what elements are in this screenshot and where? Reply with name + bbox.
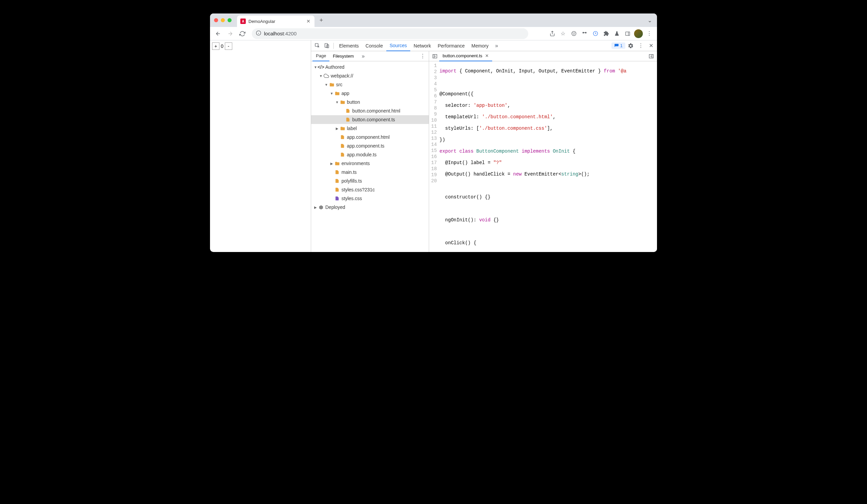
tree-main-ts[interactable]: main.ts [311,168,429,176]
issues-badge[interactable]: 1 [611,42,625,49]
svg-rect-11 [325,43,327,47]
tree-app-html[interactable]: app.component.html [311,133,429,142]
tree-label-folder[interactable]: ▶label [311,124,429,133]
file-icon [340,143,345,148]
extensions-icon[interactable] [601,28,611,39]
file-tree: ▼</>Authored ▼webpack:// ▼src ▼app ▼butt… [311,61,429,252]
browser-window: A DemoAngular ✕ + ⌄ localhost:4200 [210,13,657,252]
site-info-icon[interactable] [256,30,261,37]
tree-app[interactable]: ▼app [311,89,429,98]
cloud-icon [323,73,329,78]
maximize-window-button[interactable] [227,18,232,22]
close-window-button[interactable] [214,18,218,22]
folder-icon [340,100,345,105]
svg-point-3 [574,33,575,33]
angular-favicon: A [240,19,246,24]
close-devtools-icon[interactable]: ✕ [646,41,656,51]
tabs-dropdown-button[interactable]: ⌄ [645,15,654,25]
extension-icon-3[interactable] [590,28,600,39]
tree-button-ts[interactable]: button.component.ts [311,115,429,124]
back-button[interactable] [213,28,224,39]
counter-value: 0 [220,43,224,49]
devtools-menu-icon[interactable]: ⋮ [636,41,645,51]
content-area: + 0 - Elements Console Sources Network P… [210,41,657,252]
tree-app-ts[interactable]: app.component.ts [311,142,429,150]
nav-tab-filesystem[interactable]: Filesystem [329,51,357,61]
file-icon [345,109,351,113]
file-icon [340,135,345,140]
reload-button[interactable] [237,28,248,39]
close-editor-tab-icon[interactable]: ✕ [485,53,489,58]
editor-tab-title: button.component.ts [442,53,482,58]
code-editor[interactable]: 1234567891011121314151617181920 import {… [429,61,657,252]
tab-console[interactable]: Console [362,41,386,51]
folder-icon [340,126,345,131]
tab-sources[interactable]: Sources [386,41,410,51]
bookmark-icon[interactable]: ☆ [558,28,568,39]
tree-button-folder[interactable]: ▼button [311,98,429,107]
file-icon [334,196,340,201]
address-bar[interactable]: localhost:4200 [252,28,528,39]
devtools-tabbar: Elements Console Sources Network Perform… [311,41,657,51]
increment-button[interactable]: + [212,42,220,50]
minimize-window-button[interactable] [221,18,225,22]
inspect-icon[interactable] [312,41,322,51]
toggle-debugger-icon[interactable] [647,52,656,61]
folder-icon [334,161,340,166]
share-icon[interactable] [547,28,557,39]
code-icon: </> [318,64,324,70]
tree-button-html[interactable]: button.component.html [311,107,429,115]
tree-styles[interactable]: styles.css [311,194,429,203]
file-icon [334,187,340,192]
window-controls [214,18,232,22]
url-text: localhost:4200 [264,31,297,36]
decrement-button[interactable]: - [225,42,232,50]
forward-button[interactable] [225,28,236,39]
file-icon [334,178,340,183]
browser-tab[interactable]: A DemoAngular ✕ [237,15,314,27]
svg-point-1 [572,31,576,36]
svg-rect-6 [584,32,586,33]
device-toggle-icon[interactable] [322,41,331,51]
nav-tab-page[interactable]: Page [312,51,329,61]
tree-styles-q[interactable]: styles.css?231c [311,185,429,194]
sources-panel: Page Filesystem » ⋮ ▼</>Authored ▼webpac… [311,51,657,252]
tab-memory[interactable]: Memory [468,41,492,51]
labs-icon[interactable] [612,28,622,39]
tree-src[interactable]: ▼src [311,80,429,89]
profile-avatar[interactable] [633,28,643,39]
browser-toolbar: localhost:4200 ☆ [210,27,657,41]
nav-menu-icon[interactable]: ⋮ [418,52,427,61]
file-icon [340,152,345,157]
tab-elements[interactable]: Elements [336,41,362,51]
devtools-panel: Elements Console Sources Network Perform… [311,41,657,252]
close-tab-button[interactable]: ✕ [306,19,311,24]
browser-tabbar: A DemoAngular ✕ + ⌄ [210,13,657,27]
file-icon [345,117,351,122]
page-viewport: + 0 - [210,41,311,252]
more-tabs-icon[interactable]: » [492,41,501,51]
tree-authored[interactable]: ▼</>Authored [311,63,429,72]
folder-icon [334,91,340,96]
tree-environments[interactable]: ▶environments [311,159,429,168]
line-gutter: 1234567891011121314151617181920 [429,61,440,252]
svg-rect-8 [625,32,630,35]
tree-deployed[interactable]: ▶Deployed [311,203,429,211]
extension-icon-2[interactable] [579,28,590,39]
file-icon [334,170,340,175]
tab-network[interactable]: Network [410,41,434,51]
browser-menu-button[interactable]: ⋮ [644,28,654,39]
nav-more-icon[interactable]: » [358,52,368,61]
svg-point-2 [573,33,573,33]
navigator-tabs: Page Filesystem » ⋮ [311,51,429,61]
editor-tab[interactable]: button.component.ts ✕ [439,51,492,61]
extension-icon-1[interactable] [569,28,579,39]
tree-polyfills[interactable]: polyfills.ts [311,176,429,185]
sidepanel-icon[interactable] [623,28,633,39]
new-tab-button[interactable]: + [317,15,326,25]
settings-icon[interactable] [626,41,635,51]
toggle-navigator-icon[interactable] [430,52,439,61]
tree-webpack[interactable]: ▼webpack:// [311,72,429,80]
tree-app-module[interactable]: app.module.ts [311,150,429,159]
tab-performance[interactable]: Performance [434,41,468,51]
